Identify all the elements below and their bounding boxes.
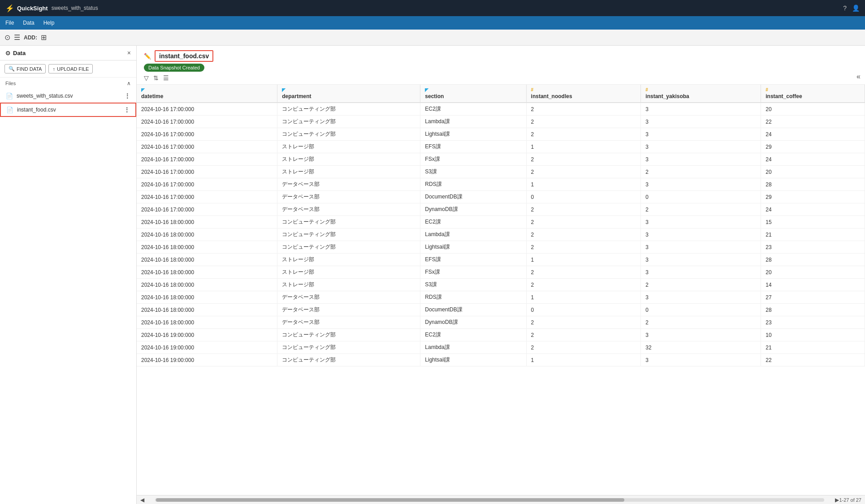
cell-r0-c0: 2024-10-16 17:00:000	[137, 103, 277, 116]
col-header-instant-yakisoba[interactable]: # instant_yakisoba	[641, 85, 761, 103]
cell-r19-c2: Lambda課	[420, 341, 526, 354]
cell-r18-c4: 3	[641, 329, 761, 341]
toolbar-icon-2[interactable]: ☰	[14, 33, 20, 42]
cell-r13-c1: ストレージ部	[277, 266, 420, 279]
cell-r19-c4: 32	[641, 341, 761, 354]
file-item-instant[interactable]: 📄 instant_food.csv ⋮	[0, 103, 136, 117]
cell-r15-c3: 1	[526, 291, 641, 304]
cell-r9-c4: 3	[641, 216, 761, 228]
cell-r16-c0: 2024-10-16 18:00:000	[137, 304, 277, 316]
table-header: ◤ datetime ◤ department ◤ section #	[137, 85, 865, 103]
cell-r20-c0: 2024-10-16 19:00:000	[137, 354, 277, 366]
cell-r5-c2: S3課	[420, 166, 526, 178]
table-wrapper[interactable]: ◤ datetime ◤ department ◤ section #	[137, 85, 865, 495]
cell-r20-c1: コンピューティング部	[277, 354, 420, 366]
action-icons-row: ▽ ⇅ ☰	[137, 73, 865, 85]
cell-r20-c3: 1	[526, 354, 641, 366]
cell-r19-c1: コンピューティング部	[277, 341, 420, 354]
file-item-sweets[interactable]: 📄 sweets_with_status.csv ⋮	[0, 89, 136, 103]
cell-r15-c1: データベース部	[277, 291, 420, 304]
file-icon-instant: 📄	[6, 107, 13, 113]
cell-r13-c2: FSx課	[420, 266, 526, 279]
cell-r14-c3: 2	[526, 279, 641, 291]
table-row: 2024-10-16 18:00:000データベース部DynamoDB課2223	[137, 316, 865, 329]
cell-r7-c1: データベース部	[277, 191, 420, 203]
cell-r8-c3: 2	[526, 203, 641, 216]
col-header-instant-coffee[interactable]: # instant_coffee	[761, 85, 865, 103]
table-row: 2024-10-16 17:00:000ストレージ部S3課2220	[137, 166, 865, 178]
cell-r16-c4: 0	[641, 304, 761, 316]
scroll-left-button[interactable]: ◀	[140, 497, 144, 503]
table-row: 2024-10-16 18:00:000データベース部RDS課1327	[137, 291, 865, 304]
col-type-icon-section: ◤	[425, 87, 521, 92]
cell-r19-c3: 2	[526, 341, 641, 354]
cell-r18-c0: 2024-10-16 19:00:000	[137, 329, 277, 341]
cell-r12-c5: 28	[761, 254, 865, 266]
files-collapse-button[interactable]: ∧	[127, 80, 131, 86]
toolbar: ⊙ ☰ ADD: ⊞	[0, 30, 865, 46]
menu-help[interactable]: Help	[43, 20, 55, 26]
table-body: 2024-10-16 17:00:000コンピューティング部EC2課232020…	[137, 103, 865, 366]
col-type-icon-coffee: #	[766, 87, 860, 92]
cell-r18-c1: コンピューティング部	[277, 329, 420, 341]
sidebar-close-button[interactable]: ×	[127, 49, 131, 56]
cell-r14-c1: ストレージ部	[277, 279, 420, 291]
top-bar: ⚡ QuickSight sweets_with_status ? 👤	[0, 0, 865, 16]
cell-r17-c2: DynamoDB課	[420, 316, 526, 329]
snapshot-badge: Data Snapshot Created	[144, 64, 204, 72]
menu-data[interactable]: Data	[23, 20, 34, 26]
cell-r10-c2: Lambda課	[420, 228, 526, 241]
cell-r12-c4: 3	[641, 254, 761, 266]
top-bar-right: ? 👤	[843, 4, 860, 12]
cell-r14-c4: 2	[641, 279, 761, 291]
cell-r0-c2: EC2課	[420, 103, 526, 116]
cell-r15-c4: 3	[641, 291, 761, 304]
cell-r5-c5: 20	[761, 166, 865, 178]
cell-r0-c5: 20	[761, 103, 865, 116]
cell-r5-c0: 2024-10-16 17:00:000	[137, 166, 277, 178]
find-data-button[interactable]: 🔍 FIND DATA	[4, 64, 46, 73]
file-menu-instant[interactable]: ⋮	[124, 106, 130, 113]
collapse-panel-button[interactable]: «	[856, 73, 861, 81]
col-header-section[interactable]: ◤ section	[420, 85, 526, 103]
scroll-right-button[interactable]: ▶	[835, 497, 839, 503]
cell-r16-c5: 28	[761, 304, 865, 316]
cell-r8-c2: DynamoDB課	[420, 203, 526, 216]
scroll-track[interactable]	[155, 498, 824, 502]
table-row: 2024-10-16 17:00:000データベース部RDS課1328	[137, 178, 865, 191]
find-data-label: FIND DATA	[17, 66, 42, 72]
app-name: QuickSight	[17, 5, 48, 12]
edit-icon[interactable]: ✏️	[144, 53, 151, 60]
toolbar-icon-1[interactable]: ⊙	[4, 33, 10, 42]
cell-r4-c0: 2024-10-16 17:00:000	[137, 153, 277, 166]
sort-icon[interactable]: ⇅	[153, 74, 159, 82]
upload-file-button[interactable]: ↑ UPLOAD FILE	[48, 64, 93, 73]
filter-icon[interactable]: ▽	[144, 74, 149, 82]
col-label-coffee: instant_coffee	[766, 93, 802, 99]
cell-r9-c5: 15	[761, 216, 865, 228]
menu-file[interactable]: File	[5, 20, 14, 26]
cell-r13-c4: 3	[641, 266, 761, 279]
cell-r17-c0: 2024-10-16 18:00:000	[137, 316, 277, 329]
cell-r11-c2: Lightsail課	[420, 241, 526, 254]
toolbar-add-icon[interactable]: ⊞	[41, 33, 47, 42]
col-header-datetime[interactable]: ◤ datetime	[137, 85, 277, 103]
user-icon[interactable]: 👤	[852, 4, 860, 12]
col-type-icon-department: ◤	[282, 87, 415, 92]
cell-r11-c3: 2	[526, 241, 641, 254]
help-icon[interactable]: ?	[843, 4, 847, 12]
files-section-label: Files	[5, 81, 16, 86]
cell-r11-c0: 2024-10-16 18:00:000	[137, 241, 277, 254]
sidebar: ⊙ Data × 🔍 FIND DATA ↑ UPLOAD FILE Files…	[0, 46, 137, 504]
file-title-row: ✏️ instant_food.csv	[144, 50, 858, 62]
table-row: 2024-10-16 17:00:000データベース部DocumentDB課00…	[137, 191, 865, 203]
table-icon[interactable]: ☰	[163, 74, 169, 82]
cell-r17-c4: 2	[641, 316, 761, 329]
cell-r4-c5: 24	[761, 153, 865, 166]
col-header-instant-noodles[interactable]: # instant_noodles	[526, 85, 641, 103]
cell-r10-c5: 21	[761, 228, 865, 241]
file-menu-sweets[interactable]: ⋮	[124, 92, 130, 99]
cell-r10-c1: コンピューティング部	[277, 228, 420, 241]
cell-r2-c5: 24	[761, 128, 865, 141]
col-header-department[interactable]: ◤ department	[277, 85, 420, 103]
